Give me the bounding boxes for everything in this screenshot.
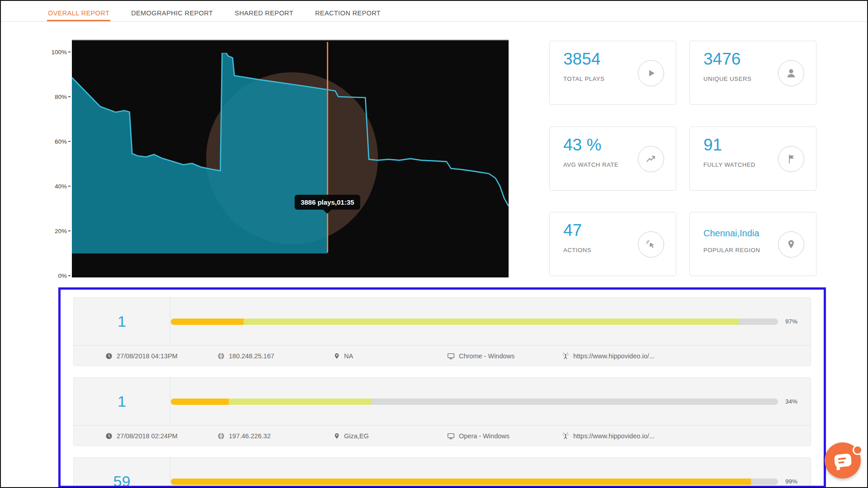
session-source-url: https://www.hippovideo.io/... [562,352,655,360]
y-axis-label: 0% [58,272,71,279]
session-row[interactable]: 59 99% [73,457,811,488]
chat-bubble-glyph [834,453,852,468]
tab-reaction-report[interactable]: REACTION REPORT [314,9,382,21]
y-axis-label: 60% [55,138,71,145]
session-row[interactable]: 1 34% 27/08/2018 02:24PM 197.46.226.32 [73,377,811,446]
clock-icon [105,432,113,440]
y-axis-label: 40% [55,183,71,190]
play-count: 1 [74,378,170,425]
monitor-icon [447,352,455,360]
axis-tick [68,275,71,276]
engagement-area-chart[interactable] [72,53,509,277]
stat-card-avg-watch-rate: 43 % AVG WATCH RATE [549,127,676,191]
session-timestamp: 27/08/2018 02:24PM [105,432,217,440]
stat-label: AVG WATCH RATE [563,161,618,168]
stat-card-fully-watched: 91 FULLY WATCHED [689,127,816,191]
session-row-top: 1 34% [74,378,811,425]
stat-card-popular-region: Chennai,India POPULAR REGION [689,212,816,276]
axis-tick [68,230,71,231]
monitor-icon [447,432,455,440]
watch-progress-track [171,319,778,325]
stat-card-actions: 47 ACTIONS [549,212,676,276]
y-axis-label: 20% [55,227,71,235]
session-location: Giza,EG [334,432,447,440]
session-browser: Opera - Windows [447,432,562,440]
tab-demographic-report[interactable]: DEMOGRAPHIC REPORT [130,9,214,21]
video-player[interactable]: 3886 plays,01:35 0:00 / 2:57 [72,40,509,277]
watch-progress-orange-segment [171,399,229,405]
axis-tick [68,186,71,187]
stat-label: UNIQUE USERS [703,75,751,82]
map-pin-icon [334,432,340,440]
play-icon [638,60,664,86]
stat-label: FULLY WATCHED [703,161,755,168]
play-count: 59 [74,458,170,488]
watch-progress-track [171,479,778,485]
session-url-link[interactable]: https://www.hippovideo.io/... [573,352,655,360]
watched-percent: 34% [785,398,805,405]
watch-progress-track [171,399,778,405]
chart-fill-area [72,53,327,253]
session-source-url: https://www.hippovideo.io/... [562,432,655,440]
map-pin-icon [778,231,804,258]
analytics-page: OVERALL REPORT DEMOGRAPHIC REPORT SHARED… [0,0,868,488]
clock-icon [105,352,113,360]
axis-tick [68,52,71,52]
session-meta: 27/08/2018 04:13PM 180.248.25.167 NA Chr… [74,345,811,366]
chart-tooltip: 3886 plays,01:35 [295,195,360,210]
session-browser: Chrome - Windows [447,352,562,360]
chat-launcher-button[interactable] [825,441,865,482]
watched-percent: 99% [785,478,805,485]
watch-progress: 34% [170,398,811,405]
session-row-top: 1 97% [74,298,811,345]
play-count: 1 [74,298,170,345]
report-tab-bar: OVERALL REPORT DEMOGRAPHIC REPORT SHARED… [1,1,867,22]
watch-progress-green-segment [229,399,372,405]
playhead-marker[interactable] [327,42,328,253]
watch-progress-orange-segment [171,319,244,325]
watch-progress-green-segment [244,319,739,325]
stat-card-total-plays: 3854 TOTAL PLAYS [549,41,676,105]
session-url-link[interactable]: https://www.hippovideo.io/... [573,432,655,440]
engagement-y-axis: 100% 80% 60% 40% 20% 0% [39,40,71,277]
stat-value: Chennai,India [703,227,759,239]
stat-value: 3476 [703,49,741,69]
tab-shared-report[interactable]: SHARED REPORT [234,9,294,21]
stat-label: ACTIONS [563,247,591,253]
session-timestamp: 27/08/2018 04:13PM [105,352,217,360]
stat-value: 3854 [563,49,600,69]
session-row[interactable]: 1 97% 27/08/2018 04:13PM 180.248.25.167 [73,297,811,366]
globe-icon [217,352,225,360]
session-location: NA [334,352,447,360]
stat-value: 91 [703,135,722,155]
cursor-click-icon [638,231,664,258]
stat-value: 43 % [563,135,601,155]
broadcast-tower-icon [562,352,569,360]
session-ip: 197.46.226.32 [217,432,334,440]
stat-label: TOTAL PLAYS [563,75,604,82]
stat-card-unique-users: 3476 UNIQUE USERS [689,41,816,105]
y-axis-label: 100% [51,48,71,56]
stat-label: POPULAR REGION [703,247,760,253]
axis-tick [68,141,71,142]
session-meta: 27/08/2018 02:24PM 197.46.226.32 Giza,EG… [74,425,811,446]
watched-percent: 97% [785,318,805,325]
broadcast-tower-icon [562,432,569,440]
tab-overall-report[interactable]: OVERALL REPORT [47,9,110,21]
user-icon [778,60,804,86]
globe-icon [217,432,225,440]
axis-tick [68,96,71,97]
map-pin-icon [334,352,340,360]
trend-up-icon [638,146,664,172]
watch-progress-orange-segment [171,479,751,485]
watch-progress: 97% [170,318,811,325]
watch-progress: 99% [170,478,811,485]
session-ip: 180.248.25.167 [217,352,334,360]
stat-value: 47 [563,221,582,240]
chat-notification-dot [853,445,863,455]
flag-icon [778,146,804,172]
y-axis-label: 80% [55,93,71,100]
sessions-panel: 1 97% 27/08/2018 04:13PM 180.248.25.167 [58,287,826,488]
session-row-top: 59 99% [74,458,811,488]
